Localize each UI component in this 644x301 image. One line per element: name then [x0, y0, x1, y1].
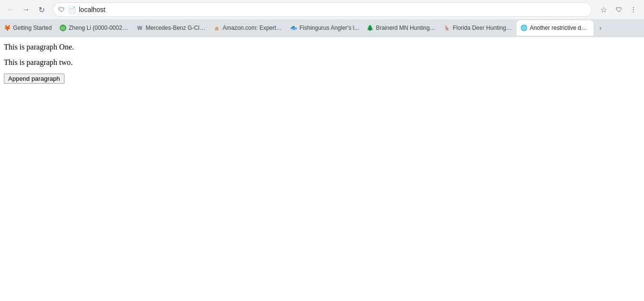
address-bar-container[interactable]: 🛡 📄 — [53, 2, 592, 17]
tab-favicon-fishingurus: 🐟 — [290, 25, 297, 31]
security-icon: 🛡 — [58, 6, 65, 13]
tab-label-zheng-li: Zheng Li (0000-0002-3... — [69, 25, 129, 31]
shield-icon-button[interactable]: 🛡 — [612, 3, 626, 16]
tab-label-amazon: Amazon.com: ExpertP... — [223, 25, 283, 31]
tab-label-mercedes: Mercedes-Benz G-Clas... — [146, 25, 206, 31]
tab-getting-started[interactable]: 🦊 Getting Started — [0, 20, 56, 36]
tab-label-another: Another restrictive dee... — [530, 25, 590, 31]
forward-button[interactable]: → — [19, 3, 33, 16]
back-icon: ← — [7, 5, 14, 14]
refresh-button[interactable]: ↻ — [35, 3, 48, 16]
nav-bar: ← → ↻ 🛡 📄 ☆ 🛡 ⋮ — [0, 0, 644, 19]
tab-label-getting-started: Getting Started — [13, 25, 52, 31]
tab-favicon-zheng-li: ID — [60, 25, 66, 31]
page-icon: 📄 — [68, 6, 76, 13]
tab-fishingurus[interactable]: 🐟 Fishingurus Angler's l... — [287, 20, 363, 36]
append-paragraph-button[interactable]: Append paragraph — [4, 74, 64, 84]
tab-brainerd[interactable]: 🌲 Brainerd MN Hunting ... — [363, 20, 440, 36]
browser-chrome: ← → ↻ 🛡 📄 ☆ 🛡 ⋮ 🦊 Getting Started ID — [0, 0, 644, 37]
tab-another[interactable]: 🌐 Another restrictive dee... — [517, 20, 593, 36]
tabs-bar: 🦊 Getting Started ID Zheng Li (0000-0002… — [0, 19, 644, 37]
tab-label-fishingurus: Fishingurus Angler's l... — [300, 25, 359, 31]
right-icons: 🛡 ⋮ — [612, 3, 640, 16]
tab-label-brainerd: Brainerd MN Hunting ... — [376, 25, 436, 31]
tab-label-florida-deer: Florida Deer Hunting S... — [453, 25, 513, 31]
address-input[interactable] — [79, 6, 587, 13]
back-button[interactable]: ← — [4, 3, 17, 16]
menu-button[interactable]: ⋮ — [627, 3, 640, 16]
tab-zheng-li[interactable]: ID Zheng Li (0000-0002-3... — [56, 20, 133, 36]
tab-favicon-another: 🌐 — [520, 25, 527, 31]
chevron-right-icon: › — [599, 24, 602, 32]
page-content: This is paragraph One. This is paragraph… — [0, 37, 644, 89]
paragraph-two: This is paragraph two. — [4, 58, 640, 67]
tab-favicon-getting-started: 🦊 — [4, 25, 11, 31]
tab-favicon-amazon: a — [214, 25, 220, 31]
paragraph-one: This is paragraph One. — [4, 43, 640, 51]
tab-favicon-florida-deer: 🦌 — [443, 25, 450, 31]
bookmark-star-button[interactable]: ☆ — [597, 3, 610, 16]
tab-amazon[interactable]: a Amazon.com: ExpertP... — [210, 20, 287, 36]
tab-mercedes[interactable]: W Mercedes-Benz G-Clas... — [133, 20, 210, 36]
refresh-icon: ↻ — [38, 5, 45, 14]
tab-florida-deer[interactable]: 🦌 Florida Deer Hunting S... — [440, 20, 517, 36]
tab-favicon-brainerd: 🌲 — [366, 25, 373, 31]
more-tabs-button[interactable]: › — [593, 21, 607, 35]
tab-favicon-mercedes: W — [137, 25, 143, 31]
forward-icon: → — [22, 5, 30, 14]
